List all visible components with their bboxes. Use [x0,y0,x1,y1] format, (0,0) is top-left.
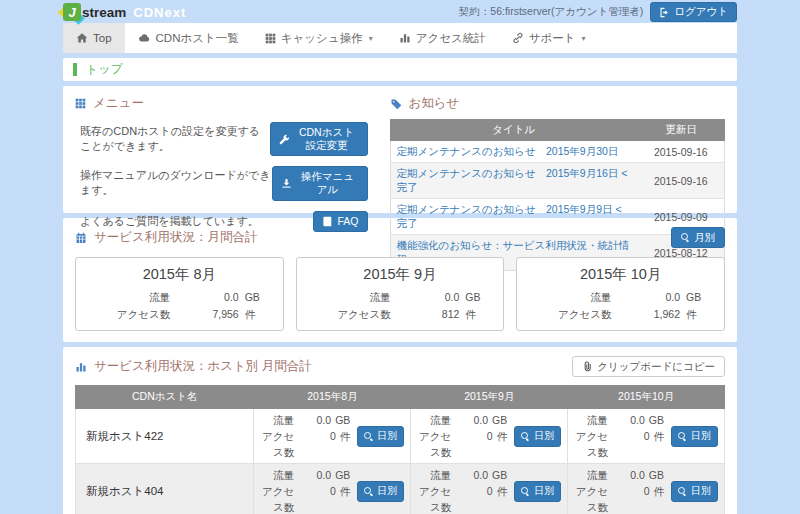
logo-j: J [63,3,81,21]
news-link[interactable]: 定期メンテナンスのお知らせ 2015年9月16日 <完了 [397,167,628,193]
usage-value: 0.0 [391,289,459,306]
news-title-cell: 定期メンテナンスのお知らせ 2015年9月30日 [390,141,638,163]
host-name-cell: 新規ホスト404 [76,464,254,514]
daily-detail-button[interactable]: 日別 [357,481,404,502]
usage-label: アクセス数 [529,306,611,323]
usage-value: 0.0 [170,289,238,306]
usage-value: 0件 [620,483,664,514]
usage-label: アクセス数 [309,306,391,323]
tab-access-stats[interactable]: アクセス統計 [386,23,499,53]
daily-detail-button[interactable]: 日別 [514,481,561,502]
cdn-host-settings-button[interactable]: CDNホスト設定変更 [270,122,367,156]
chevron-down-icon: ▾ [369,34,373,43]
usage-unit: GB [649,412,664,428]
logout-icon [659,7,670,18]
cloud-icon [138,32,151,44]
breadcrumb: トップ [63,58,737,81]
month-card-title: 2015年 9月 [309,265,492,284]
jstream-logo: J stream CDNext [63,3,186,21]
usage-value: 0.0 [612,289,680,306]
top-bar: J stream CDNext 契約：56:firstserver(アカウント管… [63,0,737,22]
chevron-down-icon: ▾ [582,34,586,43]
cell-content: 流量0.0GBアクセス数0件日別 [568,409,724,463]
usage-unit: 件 [340,483,351,514]
logout-label: ログアウト [674,5,728,18]
book-icon [322,216,333,227]
usage-grid: 流量0.0GBアクセス数0件 [417,467,507,514]
monthly-detail-label: 月別 [694,231,715,244]
monthly-detail-button[interactable]: 月別 [671,227,725,248]
access-value: 0 [487,483,493,514]
menu-item-description: よくあるご質問を掲載しています。 [80,214,259,229]
daily-detail-button[interactable]: 日別 [514,426,561,447]
usage-unit: GB [459,289,491,306]
calendar-icon [75,232,87,244]
traffic-value: 0.0 [317,467,332,483]
copy-clipboard-button[interactable]: クリップボードにコピー [572,356,725,377]
host-month-cell: 流量0.0GBアクセス数0件日別 [254,464,411,514]
menu-section: メニュー 既存のCDNホストの設定を変更することができます。CDNホスト設定変更… [75,95,368,202]
usage-label: 流量 [88,289,170,306]
usage-row: アクセス数1,962件 [529,306,712,323]
tab-top[interactable]: Top [63,23,125,53]
tab-label: キャッシュ操作 [281,31,363,46]
news-table: タイトル 更新日 定期メンテナンスのお知らせ 2015年9月30日2015-09… [390,119,726,271]
month-card-title: 2015年 8月 [88,265,271,284]
daily-detail-button[interactable]: 日別 [357,426,404,447]
tab-label: CDNホスト一覧 [156,31,239,46]
usage-unit: 件 [497,428,508,460]
traffic-value: 0.0 [473,412,488,428]
cell-content: 流量0.0GBアクセス数0件日別 [411,409,567,463]
monthly-cards: 2015年 8月流量0.0GBアクセス数7,956件2015年 9月流量0.0G… [75,257,725,331]
monthly-usage-title-row: サービス利用状況：月間合計 [75,229,257,246]
usage-grid: 流量0.0GBアクセス数0件 [574,467,664,514]
usage-value: 1,962 [612,306,680,323]
news-link[interactable]: 定期メンテナンスのお知らせ 2015年9月9日 <完了 [397,203,622,229]
tab-cache-operations[interactable]: キャッシュ操作▾ [252,23,386,53]
usage-label: 流量 [417,467,451,483]
news-col-date: 更新日 [638,120,725,141]
faq-button[interactable]: FAQ [313,211,367,232]
news-section: お知らせ タイトル 更新日 定期メンテナンスのお知らせ 2015年9月30日20… [390,95,726,202]
page: J stream CDNext 契約：56:firstserver(アカウント管… [63,0,737,514]
hosts-col-month-3: 2015年10月 [568,386,725,409]
daily-detail-button[interactable]: 日別 [671,426,718,447]
host-usage-title: サービス利用状況：ホスト別 月間合計 [94,358,312,375]
button-label: 日別 [691,485,711,498]
copy-clipboard-label: クリップボードにコピー [597,360,715,373]
usage-value: 0.0GB [620,412,664,428]
daily-detail-button[interactable]: 日別 [671,481,718,502]
account-area: 契約：56:firstserver(アカウント管理者) ログアウト [459,2,737,21]
tab-support[interactable]: サポート▾ [499,23,599,53]
news-link[interactable]: 定期メンテナンスのお知らせ 2015年9月30日 [397,145,619,157]
hosts-table: CDNホスト名 2015年8月 2015年9月 2015年10月 新規ホスト42… [75,385,725,514]
access-value: 0 [644,428,650,460]
cell-content: 流量0.0GBアクセス数0件日別 [411,464,567,514]
operation-manual-button[interactable]: 操作マニュアル [272,166,367,200]
bar-chart-icon [399,32,411,44]
usage-value: 0.0GB [463,412,507,428]
usage-value: 0件 [620,428,664,460]
access-value: 0 [330,483,336,514]
menu-item-description: 既存のCDNホストの設定を変更することができます。 [80,124,270,154]
breadcrumb-marker [73,63,77,76]
grid-icon [265,33,276,44]
month-card: 2015年 10月流量0.0GBアクセス数1,962件 [516,257,725,331]
hosts-table-body: 新規ホスト422流量0.0GBアクセス数0件日別流量0.0GBアクセス数0件日別… [76,409,725,514]
usage-grid: 流量0.0GBアクセス数0件 [260,412,350,460]
usage-label: アクセス数 [417,483,451,514]
usage-unit: GB [239,289,271,306]
hosts-col-month-1: 2015年8月 [254,386,411,409]
usage-value: 0件 [463,483,507,514]
hosts-col-month-2: 2015年9月 [411,386,568,409]
tab-cdn-host-list[interactable]: CDNホスト一覧 [125,23,252,53]
usage-label: 流量 [309,289,391,306]
host-usage-title-row: サービス利用状況：ホスト別 月間合計 [75,358,312,375]
usage-unit: GB [335,412,350,428]
button-label: 操作マニュアル [296,170,358,196]
usage-row: アクセス数812件 [309,306,492,323]
menu-section-title: メニュー [75,95,368,112]
usage-value: 812 [391,306,459,323]
usage-row: 流量0.0GB [88,289,271,306]
logout-button[interactable]: ログアウト [650,2,737,21]
